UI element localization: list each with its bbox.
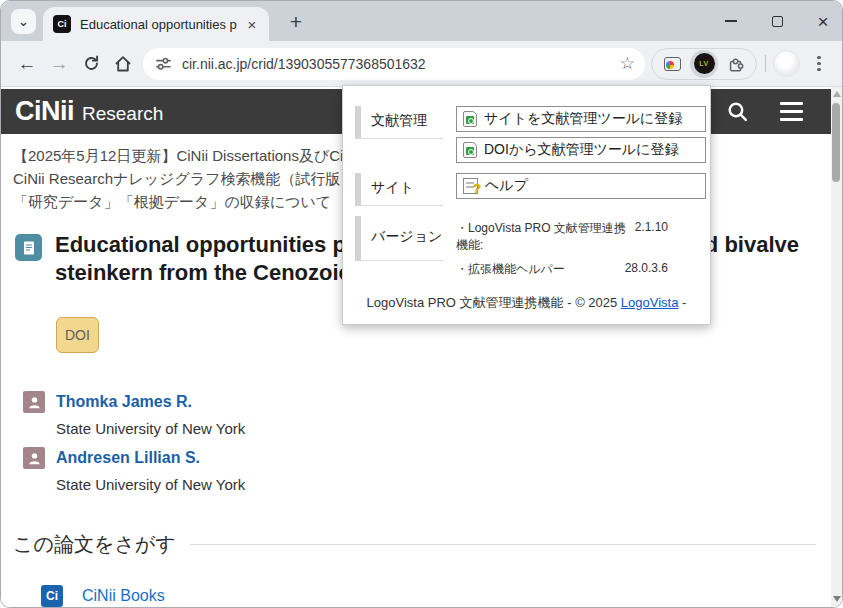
popup-label-bunken: 文献管理: [355, 106, 443, 139]
browser-tab[interactable]: Ci Educational opportunities provi ×: [43, 7, 269, 41]
search-icon[interactable]: [725, 99, 750, 124]
footer-suffix: -: [678, 295, 686, 310]
author-affiliation: State University of New York: [56, 476, 245, 493]
person-icon: [23, 447, 45, 469]
address-bar[interactable]: cir.nii.ac.jp/crid/1390305577368501632 ☆: [143, 48, 645, 80]
cast-extension-icon: [664, 57, 681, 71]
puzzle-icon: [726, 54, 746, 74]
scroll-down-arrow-icon[interactable]: [833, 596, 841, 602]
cinii-logo[interactable]: CiNii Research: [15, 96, 163, 127]
cast-extension-button[interactable]: [658, 50, 686, 78]
profile-avatar[interactable]: [773, 50, 800, 77]
article-document-icon: [15, 234, 42, 261]
chevron-down-icon: ⌄: [18, 14, 29, 29]
window-controls: ×: [722, 1, 832, 41]
toolbar-separator: [765, 55, 766, 72]
version-value: 2.1.10: [635, 220, 668, 254]
back-button[interactable]: ←: [11, 48, 43, 80]
find-section-heading: この論文をさがす: [13, 531, 176, 558]
footer-text: LogoVista PRO 文献管理連携機能 - © 2025: [367, 295, 621, 310]
new-tab-button[interactable]: +: [283, 9, 309, 35]
logovista-link[interactable]: LogoVista: [621, 295, 679, 310]
minimize-button[interactable]: [722, 12, 740, 30]
help-label: ヘルプ: [485, 177, 528, 195]
scrollbar-thumb[interactable]: [832, 103, 840, 182]
browser-toolbar: ← → cir.nii.ac.jp/crid/13903055773685016…: [1, 41, 842, 87]
popup-footer: LogoVista PRO 文献管理連携機能 - © 2025 LogoVist…: [343, 294, 710, 312]
reload-button[interactable]: [75, 48, 107, 80]
section-divider: [190, 544, 816, 545]
site-info-icon[interactable]: [155, 55, 172, 72]
register-site-button[interactable]: サイトを文献管理ツールに登録: [456, 106, 706, 132]
popup-row-version: バージョン ・LogoVista PRO 文献管理連携機能: 2.1.10 ・拡…: [355, 216, 710, 278]
authors-list: Thomka James R. State University of New …: [23, 391, 245, 503]
home-button[interactable]: [107, 48, 139, 80]
scroll-up-arrow-icon[interactable]: [833, 91, 841, 97]
article-title-fragment-right: d bivalve: [705, 231, 799, 259]
help-button[interactable]: ? ヘルプ: [456, 173, 706, 199]
help-icon: ?: [463, 178, 478, 194]
tab-title: Educational opportunities provi: [80, 17, 237, 32]
doi-badge[interactable]: DOI: [56, 317, 99, 353]
maximize-button[interactable]: [768, 12, 786, 30]
popup-label-version: バージョン: [355, 216, 443, 261]
url-text[interactable]: cir.nii.ac.jp/crid/1390305577368501632: [182, 56, 620, 72]
version-name: ・拡張機能ヘルパー: [456, 261, 565, 278]
tab-search-button[interactable]: ⌄: [11, 9, 36, 34]
window-close-button[interactable]: ×: [814, 12, 832, 30]
version-row: ・LogoVista PRO 文献管理連携機能: 2.1.10: [456, 220, 668, 254]
home-icon: [113, 54, 133, 74]
cinii-books-link[interactable]: CiNii Books: [82, 587, 165, 605]
cinii-books-icon: Ci: [41, 585, 63, 607]
bib-tool-icon: [463, 111, 477, 127]
article-title-fragment-left: Educational opportunities pro: [55, 231, 368, 259]
popup-label-site: サイト: [355, 173, 443, 206]
logo-sub-text: Research: [82, 103, 163, 125]
bookmark-star-icon[interactable]: ☆: [620, 53, 635, 74]
logovista-extension-button[interactable]: LV: [690, 50, 718, 78]
version-row: ・拡張機能ヘルパー 28.0.3.6: [456, 261, 668, 278]
author-affiliation: State University of New York: [56, 420, 245, 437]
browser-menu-button[interactable]: [806, 51, 832, 77]
extensions-pill: LV: [651, 48, 757, 80]
titlebar: ⌄ Ci Educational opportunities provi × +…: [1, 1, 842, 41]
person-icon: [23, 391, 45, 413]
logo-main-text: CiNii: [15, 96, 74, 127]
author-row: Andresen Lillian S.: [23, 447, 245, 469]
logovista-extension-popup: 文献管理 サイトを文献管理ツールに登録 DOIから文献管理ツールに登録 サイト …: [342, 85, 711, 325]
browser-window: ⌄ Ci Educational opportunities provi × +…: [0, 0, 843, 608]
author-link[interactable]: Andresen Lillian S.: [56, 449, 200, 467]
register-doi-label: DOIから文献管理ツールに登録: [484, 141, 679, 159]
version-value: 28.0.3.6: [625, 261, 668, 278]
tab-close-icon[interactable]: ×: [243, 15, 261, 33]
forward-button[interactable]: →: [43, 48, 75, 80]
author-link[interactable]: Thomka James R.: [56, 393, 192, 411]
find-article-section: この論文をさがす Ci CiNii Books: [13, 531, 816, 607]
version-name: ・LogoVista PRO 文献管理連携機能:: [456, 220, 635, 254]
author-row: Thomka James R.: [23, 391, 245, 413]
cinii-books-row: Ci CiNii Books: [41, 585, 816, 607]
vertical-scrollbar[interactable]: [831, 87, 842, 607]
hamburger-menu-icon[interactable]: [780, 102, 803, 121]
bib-tool-icon: [463, 142, 477, 158]
register-site-label: サイトを文献管理ツールに登録: [484, 110, 682, 128]
extensions-menu-button[interactable]: [722, 50, 750, 78]
logovista-extension-icon: LV: [694, 53, 715, 74]
cinii-favicon-icon: Ci: [53, 15, 71, 33]
popup-row-site: サイト ? ヘルプ: [355, 173, 710, 206]
reload-icon: [82, 54, 101, 73]
register-doi-button[interactable]: DOIから文献管理ツールに登録: [456, 137, 706, 163]
popup-row-bunken: 文献管理 サイトを文献管理ツールに登録 DOIから文献管理ツールに登録: [355, 106, 710, 163]
